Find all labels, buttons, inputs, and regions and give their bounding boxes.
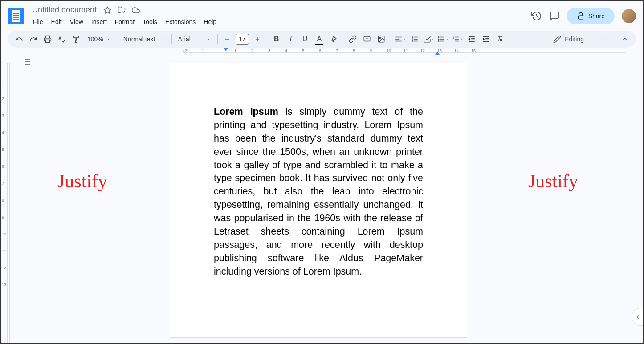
menu-insert[interactable]: Insert	[88, 16, 110, 27]
zoom-dropdown[interactable]: 100%	[84, 34, 114, 45]
menu-extensions[interactable]: Extensions	[162, 16, 199, 27]
history-icon[interactable]	[531, 11, 542, 21]
numbered-list-dropdown[interactable]	[451, 32, 464, 46]
ruler-v-tick: 5	[2, 147, 4, 152]
title-row: Untitled document	[29, 4, 531, 16]
cloud-status-icon[interactable]	[131, 6, 140, 15]
move-icon[interactable]	[117, 6, 126, 15]
outline-toggle-button[interactable]	[20, 56, 33, 68]
vertical-ruler[interactable]: 12345678910111213	[1, 55, 15, 344]
bold-button[interactable]: B	[270, 32, 283, 46]
menu-edit[interactable]: Edit	[48, 16, 65, 27]
chevron-down-icon	[601, 37, 605, 41]
redo-button[interactable]	[27, 32, 40, 46]
style-value: Normal text	[123, 36, 155, 43]
side-panel-toggle[interactable]	[632, 308, 643, 326]
ruler-v-tick: 12	[2, 266, 6, 270]
svg-point-10	[379, 37, 380, 38]
chevron-down-icon	[207, 37, 211, 41]
ruler-h-tick: 14	[454, 49, 459, 53]
font-size-group	[220, 32, 264, 46]
line-spacing-dropdown[interactable]	[408, 32, 421, 46]
print-button[interactable]	[41, 32, 54, 46]
ruler-h-tick: 8	[353, 49, 355, 53]
highlight-button[interactable]	[327, 32, 340, 46]
header-right: Share	[531, 8, 636, 24]
menu-help[interactable]: Help	[200, 16, 220, 27]
ruler-v-tick: 4	[2, 130, 4, 135]
docs-logo-icon[interactable]	[8, 8, 24, 24]
ruler-h-tick: 10	[387, 49, 391, 53]
paragraph-style-dropdown[interactable]: Normal text	[120, 34, 169, 45]
body-text: is simply dummy text of the printing and…	[214, 106, 423, 277]
toolbar: 100% Normal text Arial B I U A Editing	[8, 31, 636, 48]
editing-mode-dropdown[interactable]: Editing	[547, 32, 611, 46]
svg-point-22	[438, 39, 439, 40]
italic-button[interactable]: I	[284, 32, 298, 46]
menu-bar: File Edit View Insert Format Tools Exten…	[29, 16, 531, 27]
decrease-font-button[interactable]	[220, 32, 234, 46]
horizontal-ruler[interactable]: -2-1123456789101112131415	[15, 48, 643, 55]
title-icons	[103, 6, 140, 15]
ruler-h-tick: 2	[251, 49, 253, 53]
menu-view[interactable]: View	[66, 16, 87, 27]
separator	[217, 34, 218, 44]
chevron-down-icon	[106, 37, 110, 41]
paint-format-button[interactable]	[69, 32, 83, 46]
separator	[267, 34, 267, 44]
undo-button[interactable]	[12, 32, 26, 46]
ruler-v-tick: 10	[2, 232, 6, 236]
insert-link-button[interactable]	[346, 32, 359, 46]
decrease-indent-button[interactable]	[465, 32, 478, 46]
increase-indent-button[interactable]	[479, 32, 493, 46]
checklist-dropdown[interactable]	[422, 32, 436, 46]
pencil-icon	[553, 35, 561, 43]
spellcheck-button[interactable]	[55, 32, 69, 46]
document-title[interactable]: Untitled document	[29, 4, 99, 16]
ruler-h-tick: 4	[285, 49, 287, 53]
annotation-left: Justify	[57, 170, 107, 192]
separator	[117, 34, 117, 44]
lock-icon	[577, 12, 585, 20]
menu-tools[interactable]: Tools	[139, 16, 161, 27]
ruler-h-tick: 1	[234, 49, 236, 53]
ruler-v-tick: 7	[2, 181, 4, 186]
text-color-button[interactable]: A	[313, 32, 326, 46]
font-dropdown[interactable]: Arial	[175, 34, 215, 45]
font-size-input[interactable]	[236, 34, 249, 45]
annotation-right: Justify	[528, 170, 578, 192]
collapse-toolbar-button[interactable]	[618, 32, 632, 46]
insert-image-button[interactable]	[375, 32, 388, 46]
star-icon[interactable]	[103, 6, 112, 15]
comments-icon[interactable]	[549, 11, 560, 21]
bullet-list-dropdown[interactable]	[436, 32, 450, 46]
separator	[615, 34, 615, 44]
clear-formatting-button[interactable]	[493, 32, 507, 46]
share-button[interactable]: Share	[567, 8, 615, 24]
add-comment-button[interactable]	[360, 32, 374, 46]
ruler-v-tick: 11	[2, 249, 6, 253]
font-value: Arial	[178, 36, 191, 43]
svg-point-21	[438, 37, 439, 38]
document-page[interactable]: Lorem Ipsum is simply dummy text of the …	[170, 63, 467, 338]
app-header: Untitled document File Edit View Insert …	[1, 1, 643, 31]
document-canvas: Lorem Ipsum is simply dummy text of the …	[15, 55, 643, 344]
document-body-text[interactable]: Lorem Ipsum is simply dummy text of the …	[214, 105, 423, 278]
ruler-h-tick: 5	[302, 49, 304, 53]
editing-label: Editing	[565, 36, 584, 43]
workspace: 12345678910111213 Lorem Ipsum is simply …	[1, 55, 643, 344]
menu-file[interactable]: File	[29, 16, 47, 27]
avatar[interactable]	[622, 9, 636, 23]
ruler-v-tick: 9	[2, 215, 4, 219]
separator	[343, 34, 343, 44]
ruler-v-tick: 8	[2, 198, 4, 202]
align-dropdown[interactable]	[394, 32, 407, 46]
zoom-value: 100%	[87, 36, 103, 43]
ruler-v-tick: 1	[2, 80, 4, 84]
increase-font-button[interactable]	[251, 32, 264, 46]
underline-button[interactable]: U	[298, 32, 312, 46]
menu-format[interactable]: Format	[111, 16, 138, 27]
ruler-h-tick: 15	[471, 49, 476, 53]
svg-marker-0	[104, 7, 111, 13]
ruler-indent-marker[interactable]	[224, 48, 228, 51]
